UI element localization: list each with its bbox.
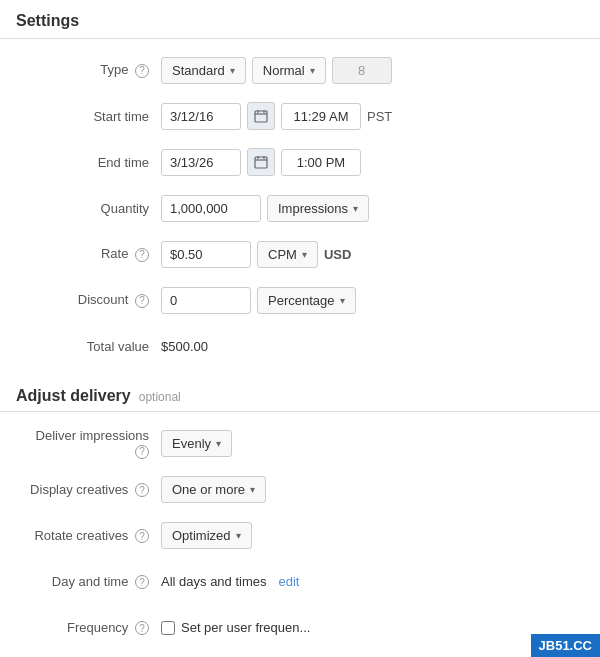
percentage-arrow-icon: ▾	[340, 295, 345, 306]
rate-row: Rate ? CPM ▾ USD	[0, 231, 600, 277]
discount-help-icon[interactable]: ?	[135, 294, 149, 308]
type-number-input[interactable]	[332, 57, 392, 84]
day-and-time-edit-link[interactable]: edit	[279, 574, 300, 589]
frequency-label: Frequency ?	[16, 620, 161, 636]
display-creatives-help-icon[interactable]: ?	[135, 483, 149, 497]
optimized-dropdown[interactable]: Optimized ▾	[161, 522, 252, 549]
rate-input[interactable]	[161, 241, 251, 268]
day-and-time-controls: All days and times edit	[161, 574, 299, 589]
rate-controls: CPM ▾ USD	[161, 241, 351, 268]
svg-rect-0	[255, 111, 267, 122]
timezone-label: PST	[367, 109, 392, 124]
deliver-impressions-label: Deliver impressions ?	[16, 428, 161, 459]
optional-label: optional	[139, 390, 181, 404]
percentage-dropdown[interactable]: Percentage ▾	[257, 287, 356, 314]
optimized-arrow-icon: ▾	[236, 530, 241, 541]
watermark: JB51.CC	[531, 634, 600, 657]
adjust-delivery-form: Deliver impressions ? Evenly ▾ Display c…	[0, 412, 600, 657]
standard-dropdown[interactable]: Standard ▾	[161, 57, 246, 84]
adjust-delivery-title: Adjust delivery	[16, 387, 131, 405]
end-time-label: End time	[16, 155, 161, 170]
end-calendar-icon[interactable]	[247, 148, 275, 176]
display-creatives-controls: One or more ▾	[161, 476, 266, 503]
frequency-help-icon[interactable]: ?	[135, 621, 149, 635]
evenly-arrow-icon: ▾	[216, 438, 221, 449]
rate-label: Rate ?	[16, 246, 161, 262]
day-and-time-row: Day and time ? All days and times edit	[0, 559, 600, 605]
start-calendar-icon[interactable]	[247, 102, 275, 130]
end-time-input[interactable]	[281, 149, 361, 176]
discount-controls: Percentage ▾	[161, 287, 356, 314]
normal-arrow-icon: ▾	[310, 65, 315, 76]
total-value-label: Total value	[16, 339, 161, 354]
one-or-more-dropdown[interactable]: One or more ▾	[161, 476, 266, 503]
start-time-input[interactable]	[281, 103, 361, 130]
rotate-creatives-label: Rotate creatives ?	[16, 528, 161, 544]
frequency-checkbox-wrapper: Set per user frequen...	[161, 620, 310, 635]
deliver-impressions-help-icon[interactable]: ?	[135, 445, 149, 459]
quantity-controls: Impressions ▾	[161, 195, 369, 222]
settings-form: Type ? Standard ▾ Normal ▾ Start time	[0, 39, 600, 377]
rate-help-icon[interactable]: ?	[135, 248, 149, 262]
quantity-input[interactable]	[161, 195, 261, 222]
end-date-input[interactable]	[161, 149, 241, 176]
deliver-impressions-row: Deliver impressions ? Evenly ▾	[0, 420, 600, 467]
display-creatives-label: Display creatives ?	[16, 482, 161, 498]
impressions-arrow-icon: ▾	[353, 203, 358, 214]
end-time-controls	[161, 148, 361, 176]
frequency-text: Set per user frequen...	[181, 620, 310, 635]
day-and-time-label: Day and time ?	[16, 574, 161, 590]
rotate-creatives-row: Rotate creatives ? Optimized ▾	[0, 513, 600, 559]
type-help-icon[interactable]: ?	[135, 64, 149, 78]
total-value-controls: $500.00	[161, 339, 208, 354]
total-value-display: $500.00	[161, 339, 208, 354]
start-time-controls: PST	[161, 102, 392, 130]
rotate-creatives-controls: Optimized ▾	[161, 522, 252, 549]
quantity-row: Quantity Impressions ▾	[0, 185, 600, 231]
day-and-time-help-icon[interactable]: ?	[135, 575, 149, 589]
rotate-creatives-help-icon[interactable]: ?	[135, 529, 149, 543]
type-controls: Standard ▾ Normal ▾	[161, 57, 392, 84]
evenly-dropdown[interactable]: Evenly ▾	[161, 430, 232, 457]
svg-rect-4	[255, 157, 267, 168]
normal-dropdown[interactable]: Normal ▾	[252, 57, 326, 84]
start-date-input[interactable]	[161, 103, 241, 130]
type-label: Type ?	[16, 62, 161, 78]
one-or-more-arrow-icon: ▾	[250, 484, 255, 495]
standard-arrow-icon: ▾	[230, 65, 235, 76]
frequency-checkbox[interactable]	[161, 621, 175, 635]
display-creatives-row: Display creatives ? One or more ▾	[0, 467, 600, 513]
total-value-row: Total value $500.00	[0, 323, 600, 369]
discount-label: Discount ?	[16, 292, 161, 308]
day-and-time-value: All days and times	[161, 574, 267, 589]
cpm-arrow-icon: ▾	[302, 249, 307, 260]
start-time-row: Start time PST	[0, 93, 600, 139]
impressions-dropdown[interactable]: Impressions ▾	[267, 195, 369, 222]
frequency-row: Frequency ? Set per user frequen...	[0, 605, 600, 651]
end-time-row: End time	[0, 139, 600, 185]
settings-title: Settings	[0, 0, 600, 39]
cpm-dropdown[interactable]: CPM ▾	[257, 241, 318, 268]
frequency-controls: Set per user frequen...	[161, 620, 310, 635]
discount-input[interactable]	[161, 287, 251, 314]
adjust-delivery-section: Adjust delivery optional	[0, 377, 600, 412]
deliver-impressions-controls: Evenly ▾	[161, 430, 232, 457]
discount-row: Discount ? Percentage ▾	[0, 277, 600, 323]
type-row: Type ? Standard ▾ Normal ▾	[0, 47, 600, 93]
quantity-label: Quantity	[16, 201, 161, 216]
currency-label: USD	[324, 247, 351, 262]
start-time-label: Start time	[16, 109, 161, 124]
